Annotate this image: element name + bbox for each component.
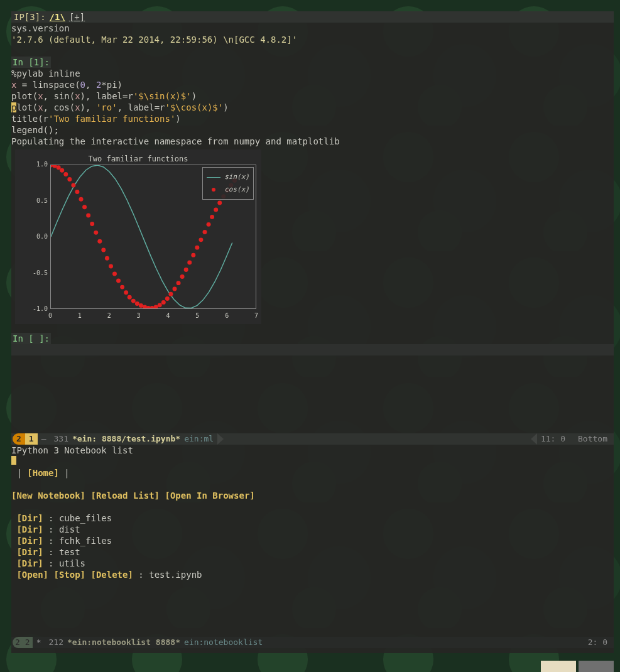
open-in-browser-button[interactable]: [Open In Browser] <box>165 490 254 501</box>
open-nb-button[interactable]: [Open] <box>16 570 48 580</box>
taskbar-item[interactable] <box>541 661 576 672</box>
legend-label-sin: sin(x) <box>224 171 249 183</box>
dir-row: [Dir] : cube_files <box>11 512 614 524</box>
svg-point-8 <box>79 197 84 202</box>
dir-link[interactable]: [Dir] <box>16 524 43 534</box>
svg-point-11 <box>90 222 94 226</box>
svg-point-22 <box>131 299 136 303</box>
ip-kernel-label: IP[3]: <box>14 11 46 23</box>
stop-nb-button[interactable]: [Stop] <box>53 570 85 580</box>
worksheet-page[interactable]: /1\ <box>50 11 65 23</box>
svg-point-13 <box>97 239 102 244</box>
x-tick-label: 1 <box>78 310 82 322</box>
svg-point-40 <box>199 237 203 242</box>
svg-point-43 <box>210 215 214 219</box>
svg-point-21 <box>128 295 132 300</box>
dir-name[interactable]: dist <box>59 524 80 534</box>
svg-point-41 <box>203 230 207 234</box>
y-tick-label: -1.0 <box>33 303 48 315</box>
dir-link[interactable]: [Dir] <box>16 536 43 546</box>
svg-point-42 <box>207 222 211 227</box>
x-tick-label: 0 <box>48 310 52 322</box>
svg-point-12 <box>94 230 98 235</box>
empty-cell-body[interactable] <box>11 344 614 355</box>
cell-stdout: Populating the interactive namespace fro… <box>11 136 614 147</box>
worksheet-header: IP[3]: /1\ [+] <box>11 11 614 23</box>
notebook-name[interactable]: test.ipynb <box>149 570 202 580</box>
dir-name[interactable]: utils <box>59 558 85 568</box>
cursor-position-2: 2: 0 <box>582 637 614 648</box>
x-tick-label: 5 <box>195 310 199 322</box>
svg-point-27 <box>150 306 155 308</box>
add-worksheet[interactable]: [+] <box>69 11 85 23</box>
svg-point-32 <box>168 292 173 296</box>
point-cursor-2 <box>11 456 16 465</box>
svg-point-17 <box>112 272 117 276</box>
output-string: '2.7.6 (default, Mar 22 2014, 22:59:56) … <box>11 35 297 45</box>
notebook-pane[interactable]: IP[3]: /1\ [+] sys.version '2.7.6 (defau… <box>11 11 614 433</box>
window-index-badge: 1 <box>25 433 38 445</box>
separator-icon <box>531 433 537 445</box>
buffer-name: *ein: 8888/test.ipynb* <box>72 433 180 445</box>
window-number-badge: 2 <box>13 433 25 445</box>
svg-point-15 <box>105 256 109 261</box>
dir-link[interactable]: [Dir] <box>16 513 43 523</box>
modeline-top: 2 1 — 331 *ein: 8888/test.ipynb* ein:ml … <box>11 433 614 445</box>
cell-empty[interactable]: In [ ]: <box>11 333 614 355</box>
buffer-name-2: *ein:notebooklist 8888* <box>67 637 180 648</box>
dir-name[interactable]: fchk_files <box>59 536 112 546</box>
notebook-list-pane[interactable]: IPython 3 Notebook list | [Home] | [New … <box>11 445 614 637</box>
code-line: legend(); <box>11 125 59 135</box>
legend-dot-icon <box>207 188 220 192</box>
major-mode: ein:ml <box>180 433 217 445</box>
dir-row: [Dir] : utils <box>11 558 614 569</box>
reload-list-button[interactable]: [Reload List] <box>90 490 160 501</box>
dir-row: [Dir] : fchk_files <box>11 535 614 546</box>
cell-code[interactable]: %pylab inline x = linspace(0, 2*pi) plot… <box>11 68 614 136</box>
scroll-position: Bottom <box>572 433 614 445</box>
svg-point-19 <box>120 285 124 290</box>
dir-row: [Dir] : test <box>11 546 614 558</box>
svg-point-37 <box>187 261 192 265</box>
svg-point-7 <box>75 190 79 194</box>
cell-1[interactable]: In [1]: %pylab inline x = linspace(0, 2*… <box>11 57 614 324</box>
cell-in-prompt-empty: In [ ]: <box>11 333 51 344</box>
svg-point-5 <box>67 177 72 182</box>
taskbar-item[interactable] <box>579 661 614 672</box>
window-index-badge-2: 2 <box>23 637 33 648</box>
cursor-position: 11: 0 <box>525 433 572 445</box>
dir-link[interactable]: [Dir] <box>16 547 43 557</box>
dir-name[interactable]: cube_files <box>59 513 112 523</box>
home-link[interactable]: [Home] <box>27 468 59 478</box>
dir-link[interactable]: [Dir] <box>16 558 43 568</box>
dir-row: [Dir] : dist <box>11 524 614 535</box>
svg-point-9 <box>82 205 87 209</box>
breadcrumb: | [Home] | <box>11 467 614 479</box>
svg-point-33 <box>173 287 177 291</box>
svg-point-39 <box>195 246 199 250</box>
modeline-bottom: 2 2 * 212 *ein:notebooklist 8888* ein:no… <box>11 637 614 648</box>
new-notebook-button[interactable]: [New Notebook] <box>11 490 85 501</box>
svg-point-4 <box>63 172 68 176</box>
separator-icon <box>217 433 224 445</box>
svg-point-16 <box>109 264 113 269</box>
window-number-badge-2: 2 <box>13 637 23 648</box>
plot-legend: sin(x) cos(x) <box>202 167 254 200</box>
y-tick-label: 0.0 <box>36 231 48 242</box>
svg-point-24 <box>139 303 143 308</box>
delete-nb-button[interactable]: [Delete] <box>90 570 133 580</box>
y-tick-label: -0.5 <box>33 268 48 279</box>
cell-in-prompt: In [1]: <box>11 57 51 68</box>
y-tick-label: 1.0 <box>36 159 48 170</box>
action-bar: [New Notebook] [Reload List] [Open In Br… <box>11 490 614 501</box>
svg-point-28 <box>154 305 158 308</box>
taskbar <box>541 661 614 672</box>
minibuffer[interactable] <box>11 648 614 659</box>
y-tick-label: 0.5 <box>36 195 48 207</box>
emacs-frame: IP[3]: /1\ [+] sys.version '2.7.6 (defau… <box>11 11 614 653</box>
svg-point-29 <box>158 303 162 307</box>
dir-name[interactable]: test <box>59 547 80 557</box>
notebooklist-title: IPython 3 Notebook list <box>11 445 614 456</box>
svg-point-44 <box>214 207 218 212</box>
svg-point-31 <box>165 296 170 301</box>
